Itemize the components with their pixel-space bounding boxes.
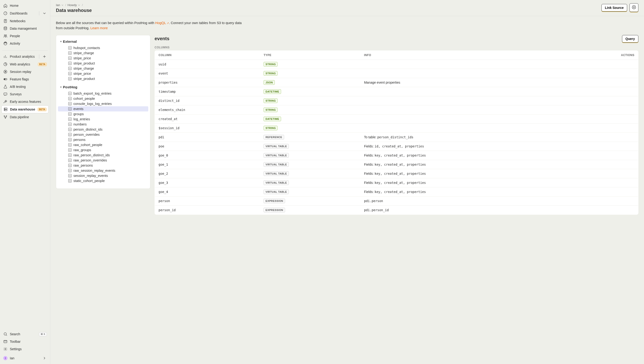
sidebar-item-settings[interactable]: Settings	[2, 345, 49, 353]
tree-item-label: raw_person_overrides	[73, 158, 107, 162]
chevron-down-icon[interactable]	[42, 11, 47, 16]
tree-item-label: raw_session_replay_events	[73, 169, 115, 172]
sidebar-item-dashboards[interactable]: Dashboards	[2, 9, 49, 17]
table-row: event STRING	[155, 69, 638, 78]
column-actions	[574, 187, 638, 196]
tree-item[interactable]: events	[58, 106, 148, 112]
tree-item[interactable]: person_distinct_ids	[58, 127, 148, 132]
tree-item[interactable]: raw_person_distinct_ids	[58, 152, 148, 158]
tree-item-label: raw_groups	[73, 148, 91, 152]
tree-item[interactable]: log_entries	[58, 116, 148, 122]
breadcrumb-item[interactable]: Howdy	[68, 3, 81, 7]
tree-item[interactable]: person_overrides	[58, 132, 148, 137]
page-title: Data warehouse	[56, 8, 92, 13]
tree-item[interactable]: console_logs_log_entries	[58, 101, 148, 106]
sidebar-item-early-access-features[interactable]: Early access features	[2, 98, 49, 105]
tree-item[interactable]: persons	[58, 137, 148, 142]
svg-point-15	[5, 110, 5, 110]
sidebar-item-data-warehouse[interactable]: Data warehouseBETA	[2, 105, 49, 113]
table-icon	[68, 128, 72, 131]
sidebar-item-label: Activity	[10, 42, 47, 45]
tree-item[interactable]: groups	[58, 112, 148, 116]
plus-icon[interactable]	[42, 54, 47, 59]
tree-item[interactable]: hubspot_contacts	[58, 45, 148, 50]
tree-item[interactable]: static_cohort_people	[58, 178, 148, 184]
table-icon	[68, 112, 72, 116]
tree-item[interactable]: stripe_price	[58, 71, 148, 76]
column-name: goe_1	[155, 160, 260, 169]
tree-group-header[interactable]: ▾External	[58, 38, 148, 45]
tree-item[interactable]: stripe_product	[58, 61, 148, 66]
tree-item-label: stripe_product	[73, 62, 95, 65]
table-icon	[68, 133, 72, 136]
tree-item[interactable]: stripe_charge	[58, 50, 148, 56]
column-header-info: INFO	[360, 50, 574, 60]
sidebar-item-label: Product analytics	[10, 55, 36, 58]
table-row: goe_2 VIRTUAL TABLE Fields: key, created…	[155, 169, 638, 178]
column-name: elements_chain	[155, 105, 260, 114]
beta-badge: BETA	[38, 108, 47, 111]
column-type: STRING	[260, 123, 360, 132]
tree-item[interactable]: raw_session_replay_events	[58, 168, 148, 173]
hogql-link[interactable]: HogQL ↗	[155, 21, 169, 25]
sidebar-item-label: Dashboards	[10, 12, 36, 15]
sidebar-item-toolbar[interactable]: Toolbar	[2, 338, 49, 345]
tree-item[interactable]: numbers	[58, 122, 148, 127]
sidebar-item-a-b-testing[interactable]: A/B testing	[2, 83, 49, 90]
sidebar-item-label: Data management	[10, 27, 47, 30]
tree-item[interactable]: raw_cohort_people	[58, 142, 148, 148]
sidebar-item-session-replay[interactable]: Session replay	[2, 68, 49, 76]
column-name: goe_2	[155, 169, 260, 178]
sidebar-item-product-analytics[interactable]: Product analytics	[2, 52, 49, 60]
sidebar-item-surveys[interactable]: Surveys	[2, 90, 49, 98]
tree-group-header[interactable]: ▾PostHog	[58, 84, 148, 90]
sidebar-user[interactable]: I Ian	[2, 354, 49, 362]
tree-item[interactable]: raw_person_overrides	[58, 158, 148, 163]
tree-item[interactable]: raw_groups	[58, 148, 148, 152]
sidebar-item-search[interactable]: Search⌘ K	[2, 330, 49, 338]
flask-icon	[3, 84, 8, 89]
tree-item[interactable]: session_replay_events	[58, 173, 148, 178]
tree-item-label: stripe_price	[73, 56, 91, 60]
column-type: DATETIME	[260, 114, 360, 123]
tree-item[interactable]: batch_export_log_entries	[58, 91, 148, 96]
sidebar-item-web-analytics[interactable]: Web analyticsBETA	[2, 60, 49, 68]
table-icon	[68, 46, 72, 50]
svg-rect-1	[4, 20, 7, 23]
columns-section-label: COLUMNS	[155, 46, 638, 49]
sidebar-item-data-pipeline[interactable]: Data pipeline	[2, 113, 49, 121]
tree-item[interactable]: raw_persons	[58, 163, 148, 168]
sidebar-item-data-management[interactable]: Data management	[2, 25, 49, 32]
sidebar-item-activity[interactable]: Activity	[2, 40, 49, 47]
table-row: elements_chain STRING	[155, 105, 638, 114]
sidebar-item-notebooks[interactable]: Notebooks	[2, 17, 49, 25]
query-button[interactable]: Query	[622, 35, 638, 42]
svg-point-14	[5, 108, 5, 109]
table-icon	[68, 62, 72, 65]
breadcrumb-item[interactable]: Ian	[56, 3, 64, 7]
tree-item[interactable]: stripe_charge	[58, 66, 148, 71]
column-type: VIRTUAL TABLE	[260, 178, 360, 187]
message-icon	[3, 92, 8, 96]
table-row: goe_3 VIRTUAL TABLE Fields: key, created…	[155, 178, 638, 187]
settings-button[interactable]	[629, 3, 638, 12]
table-icon	[68, 138, 72, 141]
tree-item-label: log_entries	[73, 117, 90, 121]
table-icon	[68, 102, 72, 105]
pie-icon	[3, 62, 8, 66]
sidebar-item-feature-flags[interactable]: Feature flags	[2, 76, 49, 83]
tree-item[interactable]: stripe_product	[58, 76, 148, 81]
tree-item[interactable]: stripe_price	[58, 56, 148, 61]
server-icon	[4, 107, 8, 112]
svg-point-4	[6, 35, 7, 36]
learn-more-link[interactable]: Learn more	[91, 26, 108, 30]
table-icon	[68, 148, 72, 152]
column-actions	[574, 196, 638, 205]
sidebar-item-home[interactable]: Home	[2, 2, 49, 9]
sidebar-item-people[interactable]: People	[2, 32, 49, 40]
link-source-button[interactable]: Link Source	[601, 4, 627, 12]
svg-point-2	[4, 27, 7, 28]
sidebar: HomeDashboardsNotebooksData managementPe…	[0, 0, 50, 364]
tree-item[interactable]: cohort_people	[58, 96, 148, 101]
table-row: $session_id STRING	[155, 123, 638, 132]
